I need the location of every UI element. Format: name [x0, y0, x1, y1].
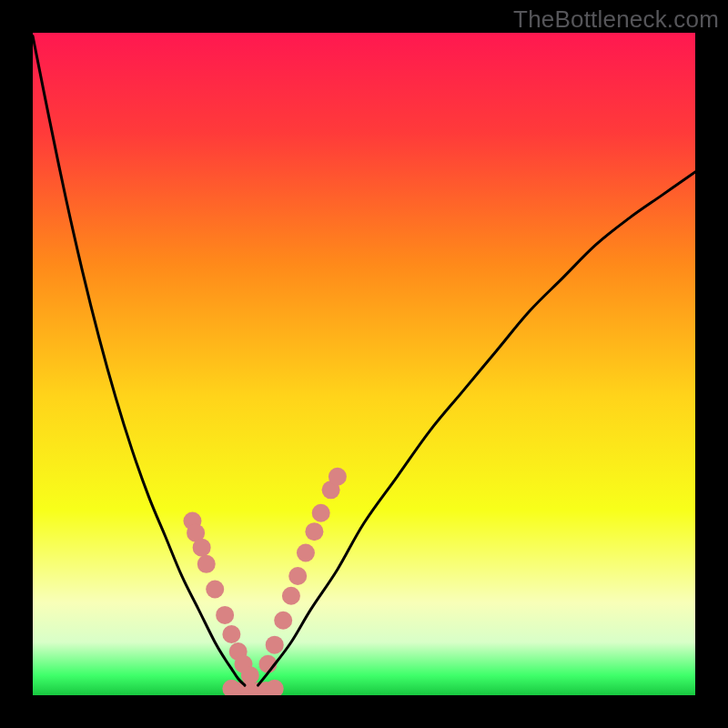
right-curve	[258, 172, 695, 685]
data-dot	[282, 587, 300, 605]
data-dot	[206, 581, 224, 599]
data-dot	[241, 666, 259, 684]
watermark-label: TheBottleneck.com	[513, 5, 719, 34]
dots-group-right	[258, 468, 346, 673]
data-dot	[312, 504, 330, 522]
chart-frame: TheBottleneck.com	[0, 0, 728, 728]
data-dot	[222, 625, 240, 643]
data-dot	[297, 543, 315, 561]
data-dot	[216, 606, 234, 624]
data-dot	[197, 555, 216, 573]
data-dot	[329, 468, 347, 486]
data-dot	[266, 636, 284, 654]
plot-area	[33, 33, 695, 695]
data-dot	[193, 539, 211, 557]
data-dot	[288, 567, 307, 585]
dots-group-left	[183, 512, 258, 685]
data-dot	[274, 612, 292, 630]
curves-layer	[33, 33, 695, 695]
data-dot	[305, 522, 323, 541]
